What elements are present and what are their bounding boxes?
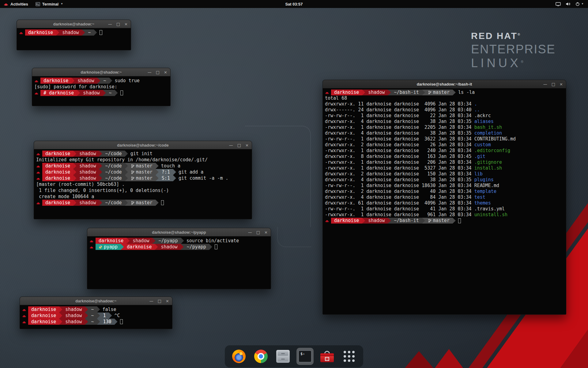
close-button[interactable]: × [124, 22, 128, 26]
terminal-window-home-1[interactable]: darknoise@shadow:~—□×darknoiseshadow~ [17, 20, 131, 50]
terminal-body[interactable]: darknoiseshadow~sudo true[sudo] password… [32, 76, 170, 97]
terminal-line: darknoiseshadow~sudo true [34, 78, 168, 84]
terminal-window-sudo[interactable]: darknoise@shadow:~—□×darknoiseshadow~sud… [32, 68, 171, 106]
window-titlebar[interactable]: darknoise@shadow:~—□× [20, 297, 172, 305]
powerline-separator [97, 312, 100, 319]
prompt-segment-host: shadow [74, 78, 97, 84]
output-text: -rw-rw-r--. 1 darknoise darknoise 3622 J… [325, 136, 474, 142]
dock-item-software[interactable] [318, 348, 336, 365]
powerline-separator [422, 90, 425, 95]
dock-item-files[interactable] [274, 348, 292, 365]
prompt-segment-git: master [128, 200, 156, 206]
powerline-separator [126, 238, 130, 244]
clock[interactable]: Sat 03:57 [285, 2, 303, 6]
chevron-down-icon: ▼ [61, 3, 63, 5]
prompt-segment-host: shadow [158, 244, 180, 250]
terminal-line: darknoiseshadow~/codemastertouch a [36, 163, 250, 169]
window-title: darknoise@shadow:~ [53, 22, 94, 26]
powerline-separator [85, 312, 88, 319]
minimize-button[interactable]: — [248, 230, 252, 234]
terminal-line: -rw-rw-r--. 1 darknoise darknoise 22 Jan… [325, 113, 564, 119]
prompt-segment-user: # darknoise [40, 90, 77, 96]
terminal-body[interactable]: darknoiseshadow~falsedarknoiseshadow~1^C… [20, 305, 172, 326]
dock-item-terminal[interactable] [296, 348, 314, 365]
terminal-window-bash-it[interactable]: darknoise@shadow:~/bash-it—□×darknoisesh… [322, 80, 566, 315]
minimize-button[interactable]: — [149, 299, 153, 303]
terminal-line: 1 file changed, 0 insertions(+), 0 delet… [36, 187, 250, 194]
prompt-segment-path: ~ [88, 319, 97, 325]
terminal-line: drwxrwxr-x. 11 darknoise darknoise 4096 … [325, 101, 564, 107]
terminal-line: darknoiseshadow~/codemasterS:1git commit… [36, 175, 250, 181]
terminal-line: -rwxrwxr-x. 1 darknoise darknoise 2205 J… [325, 125, 564, 130]
powerline-separator [125, 169, 128, 175]
output-text: .travis.yml [474, 206, 505, 212]
terminal-window-code[interactable]: darknoise@shadow:~/code—□×darknoiseshado… [34, 141, 252, 219]
terminal-line: drwxrwxr-x. 4 darknoise darknoise 38 Jan… [325, 177, 564, 183]
prompt-segment-user: darknoise [124, 244, 155, 250]
minimize-button[interactable]: — [543, 82, 547, 86]
dock-item-chrome[interactable] [252, 348, 270, 365]
powerline-separator [115, 319, 118, 325]
prompt-segment-user: darknoise [42, 200, 73, 206]
close-button[interactable]: × [560, 82, 563, 86]
terminal-line: -rw-rw-r--. 1 darknoise darknoise 41 Jan… [325, 206, 564, 212]
power-menu-button[interactable]: ▼ [575, 2, 584, 6]
window-titlebar[interactable]: darknoise@shadow:~—□× [32, 68, 170, 76]
close-button[interactable]: × [164, 70, 167, 74]
prompt-segment-path: ~/bash-it [391, 90, 422, 95]
window-titlebar[interactable]: darknoise@shadow:~/code—□× [34, 141, 252, 149]
volume-status-button[interactable] [566, 2, 571, 6]
terminal-body[interactable]: darknoiseshadow~/bash-itmasterls -latota… [323, 88, 566, 225]
terminal-line: # darknoiseshadow~ [34, 90, 168, 96]
terminal-body[interactable]: darknoiseshadow~/codegit initInitialized… [34, 149, 252, 207]
prompt-segment-host: shadow [59, 29, 82, 36]
terminal-line: -rw-rw-r--. 1 darknoise darknoise 3622 J… [325, 136, 564, 142]
activities-button[interactable]: Activities [0, 0, 32, 8]
branding-red-hat: RED HAT® [471, 31, 556, 41]
branding-enterprise: ENTERPRISE [471, 42, 556, 56]
redhat-prompt-icon [89, 239, 94, 243]
branding-linux: LINUX® [471, 56, 556, 70]
terminal-window-exit-codes[interactable]: darknoise@shadow:~—□×darknoiseshadow~fal… [20, 297, 172, 329]
maximize-button[interactable]: □ [156, 70, 160, 74]
minimize-button[interactable]: — [229, 143, 233, 147]
output-text: drwxrwxr-x. 4 darknoise darknoise 38 Jan… [325, 119, 474, 125]
window-titlebar[interactable]: darknoise@shadow:~—□× [17, 20, 131, 28]
powerline-separator [59, 306, 62, 312]
powerline-separator [99, 151, 102, 157]
powerline-separator [125, 200, 128, 206]
display-status-button[interactable] [556, 2, 561, 6]
dock-item-app-grid[interactable] [341, 348, 358, 365]
prompt-segment-gitdirty: ?:1 [159, 169, 173, 175]
prompt-segment-user: darknoise [96, 238, 126, 244]
prompt-segment-git: master [128, 169, 156, 175]
maximize-button[interactable]: □ [552, 82, 555, 86]
minimize-button[interactable]: — [108, 22, 112, 26]
powerline-separator [115, 90, 118, 96]
system-status-area: ▼ [551, 0, 588, 8]
firefox-icon [232, 350, 246, 363]
app-menu-terminal[interactable]: Terminal ▼ [32, 0, 67, 8]
close-button[interactable]: × [166, 299, 169, 303]
terminal-line: darknoiseshadow~false [22, 306, 170, 312]
terminal-cursor [120, 319, 123, 324]
maximize-button[interactable]: □ [158, 299, 161, 303]
maximize-button[interactable]: □ [116, 22, 120, 26]
output-text: . [474, 101, 477, 107]
terminal-body[interactable]: darknoiseshadow~/pyappsource bin/activat… [87, 236, 271, 251]
terminal-body[interactable]: darknoiseshadow~ [17, 28, 131, 37]
window-titlebar[interactable]: darknoise@shadow:~/pyapp—□× [87, 228, 271, 236]
powerline-separator [362, 218, 365, 224]
maximize-button[interactable]: □ [237, 143, 241, 147]
close-button[interactable]: × [245, 143, 249, 147]
redhat-logo-icon [4, 2, 8, 6]
command-text: false [103, 306, 116, 312]
maximize-button[interactable]: □ [256, 230, 260, 234]
window-titlebar[interactable]: darknoise@shadow:~/bash-it—□× [323, 80, 566, 88]
dock-item-firefox[interactable] [230, 348, 247, 365]
minimize-button[interactable]: — [148, 70, 152, 74]
git-branch-icon [428, 219, 432, 223]
close-button[interactable]: × [264, 230, 268, 234]
powerline-separator [125, 175, 128, 181]
terminal-window-pyapp[interactable]: darknoise@shadow:~/pyapp—□×darknoiseshad… [87, 228, 271, 289]
